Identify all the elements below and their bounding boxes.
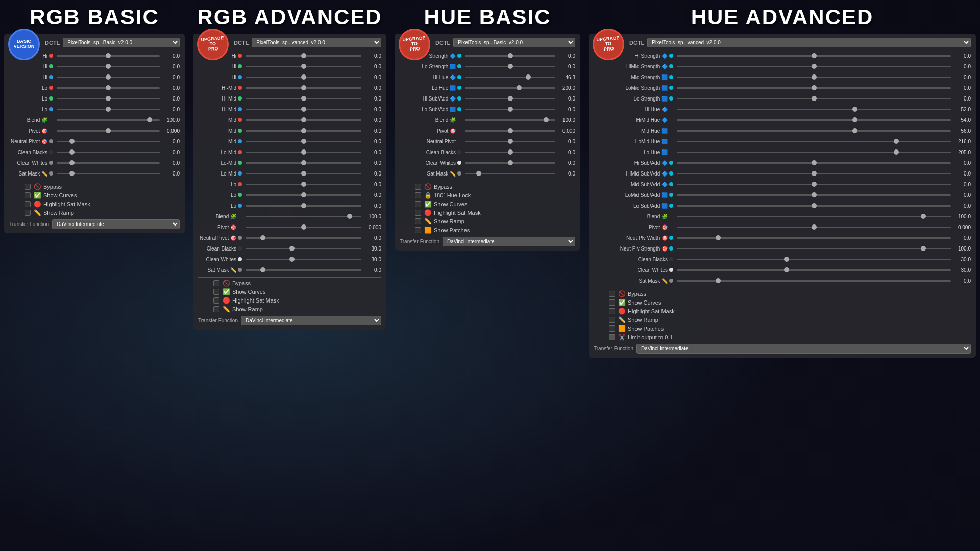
checkbox-3-3[interactable] — [415, 210, 421, 216]
checkbox-4-4[interactable] — [609, 325, 615, 332]
slider-track-2-11[interactable] — [246, 173, 361, 174]
slider-track-2-17[interactable] — [246, 237, 361, 239]
checkbox-2-3[interactable] — [213, 306, 219, 312]
slider-track-2-7[interactable] — [246, 130, 361, 132]
slider-track-4-10[interactable] — [677, 162, 951, 164]
transfer-select-2[interactable]: DaVinci Intermediate — [241, 316, 381, 325]
slider-track-4-20[interactable] — [677, 269, 951, 271]
slider-track-2-0[interactable] — [246, 55, 361, 57]
slider-track-4-2[interactable] — [677, 77, 951, 78]
slider-track-2-5[interactable] — [246, 109, 361, 110]
checkbox-3-2[interactable] — [415, 201, 421, 207]
checkbox-4-3[interactable] — [609, 317, 615, 323]
slider-track-2-12[interactable] — [246, 184, 361, 185]
slider-track-1-4[interactable] — [57, 98, 160, 99]
checkbox-2-2[interactable] — [213, 297, 219, 304]
checkbox-2-1[interactable] — [213, 289, 219, 295]
transfer-select-3[interactable]: DaVinci Intermediate — [443, 237, 575, 246]
slider-track-4-8[interactable] — [677, 141, 951, 142]
transfer-select-1[interactable]: DaVinci Intermediate — [52, 219, 180, 229]
slider-track-2-13[interactable] — [246, 194, 361, 196]
slider-track-3-3[interactable] — [465, 87, 555, 89]
slider-track-2-14[interactable] — [246, 205, 361, 207]
slider-track-2-16[interactable] — [246, 227, 361, 228]
slider-track-1-1[interactable] — [57, 66, 160, 67]
slider-track-2-3[interactable] — [246, 87, 361, 89]
slider-track-2-6[interactable] — [246, 119, 361, 121]
slider-track-2-2[interactable] — [246, 77, 361, 78]
slider-track-1-7[interactable] — [57, 130, 160, 132]
checkbox-icon-2-0: 🚫 — [223, 280, 230, 287]
slider-track-3-1[interactable] — [465, 66, 555, 67]
slider-track-4-6[interactable] — [677, 119, 951, 121]
checkbox-1-3[interactable] — [24, 210, 31, 216]
transfer-select-4[interactable]: DaVinci Intermediate — [636, 344, 971, 354]
dctl-select-4[interactable]: PixelTools_sp...vanced_v2.0.0 — [647, 38, 971, 47]
slider-track-4-13[interactable] — [677, 194, 951, 196]
slider-track-1-0[interactable] — [57, 55, 160, 57]
slider-track-2-9[interactable] — [246, 152, 361, 153]
slider-track-4-7[interactable] — [677, 130, 951, 132]
dctl-select-2[interactable]: PixelTools_sp...vanced_v2.0.0 — [252, 38, 381, 47]
param-value-3-0: 0.0 — [557, 53, 575, 59]
slider-track-3-11[interactable] — [465, 173, 555, 174]
slider-track-1-10[interactable] — [57, 162, 160, 164]
slider-track-4-19[interactable] — [677, 259, 951, 260]
panel-3: HUE BASICUPGRADETOPRO DCTL PixelTools_sp… — [390, 0, 584, 551]
slider-track-2-19[interactable] — [246, 259, 361, 260]
slider-track-1-3[interactable] — [57, 87, 160, 89]
slider-track-3-8[interactable] — [465, 141, 555, 142]
checkbox-3-4[interactable] — [415, 218, 421, 224]
checkbox-1-0[interactable] — [24, 184, 31, 190]
checkbox-1-2[interactable] — [24, 201, 31, 207]
slider-track-4-14[interactable] — [677, 205, 951, 207]
slider-track-3-2[interactable] — [465, 77, 555, 78]
checkbox-4-1[interactable] — [609, 299, 615, 306]
slider-track-3-10[interactable] — [465, 162, 555, 164]
slider-track-3-5[interactable] — [465, 109, 555, 110]
slider-track-4-1[interactable] — [677, 66, 951, 67]
param-value-1-8: 0.0 — [162, 139, 180, 144]
slider-track-4-16[interactable] — [677, 227, 951, 228]
slider-track-4-5[interactable] — [677, 109, 951, 110]
slider-track-3-4[interactable] — [465, 98, 555, 99]
slider-track-4-15[interactable] — [677, 216, 951, 217]
checkbox-1-1[interactable] — [24, 192, 31, 198]
slider-track-1-9[interactable] — [57, 152, 160, 153]
checkbox-2-0[interactable] — [213, 280, 219, 286]
checkbox-3-1[interactable] — [415, 192, 421, 198]
dctl-select-3[interactable]: PixelTools_sp...Basic_v2.0.0 — [453, 38, 575, 47]
slider-track-4-21[interactable] — [677, 280, 951, 282]
dctl-select-1[interactable]: PixelTools_sp...Basic_v2.0.0 — [63, 38, 180, 47]
checkbox-4-5[interactable] — [609, 334, 615, 340]
slider-track-1-11[interactable] — [57, 173, 160, 174]
slider-track-4-0[interactable] — [677, 55, 951, 57]
checkbox-4-0[interactable] — [609, 291, 615, 297]
slider-track-2-20[interactable] — [246, 269, 361, 271]
slider-track-4-11[interactable] — [677, 173, 951, 174]
slider-track-4-9[interactable] — [677, 152, 951, 153]
slider-track-1-6[interactable] — [57, 119, 160, 121]
slider-track-4-17[interactable] — [677, 237, 951, 239]
slider-track-3-7[interactable] — [465, 130, 555, 132]
slider-track-2-4[interactable] — [246, 98, 361, 99]
slider-track-3-9[interactable] — [465, 152, 555, 153]
slider-track-4-18[interactable] — [677, 248, 951, 249]
slider-track-2-10[interactable] — [246, 162, 361, 164]
param-value-2-2: 0.0 — [363, 74, 381, 80]
checkbox-3-5[interactable] — [415, 227, 421, 233]
checkbox-3-0[interactable] — [415, 184, 421, 190]
checkbox-4-2[interactable] — [609, 308, 615, 314]
slider-track-2-15[interactable] — [246, 216, 361, 217]
slider-track-3-0[interactable] — [465, 55, 555, 57]
slider-track-3-6[interactable] — [465, 119, 555, 121]
slider-track-2-8[interactable] — [246, 141, 361, 142]
slider-track-1-5[interactable] — [57, 109, 160, 110]
slider-track-4-12[interactable] — [677, 184, 951, 185]
slider-track-2-1[interactable] — [246, 66, 361, 67]
slider-track-4-4[interactable] — [677, 98, 951, 99]
slider-track-4-3[interactable] — [677, 87, 951, 89]
slider-track-2-18[interactable] — [246, 248, 361, 249]
slider-track-1-2[interactable] — [57, 77, 160, 78]
slider-track-1-8[interactable] — [57, 141, 160, 142]
